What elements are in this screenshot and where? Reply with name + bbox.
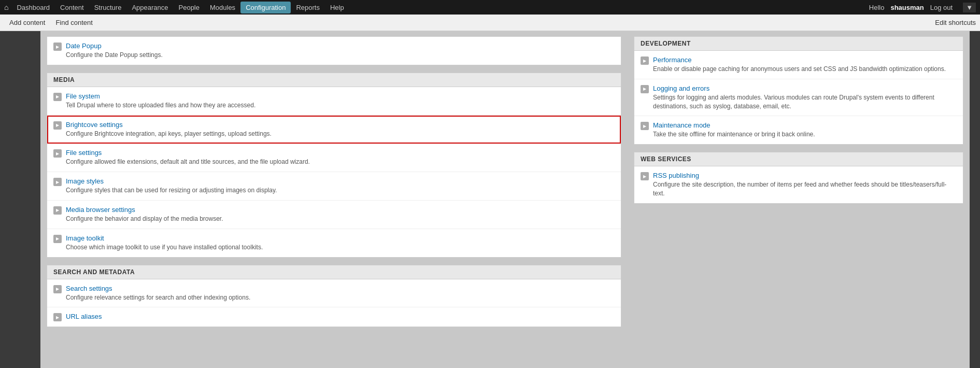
date-popup-arrow-icon — [53, 43, 62, 51]
development-header: DEVELOPMENT — [634, 37, 963, 51]
maintenance-arrow-icon — [641, 122, 649, 130]
file-settings-desc: Configure allowed file extensions, defau… — [66, 158, 310, 165]
brightcove-settings-item: Brightcove settings Configure Brightcove… — [47, 116, 621, 144]
home-icon[interactable]: ⌂ — [4, 3, 8, 11]
nav-help[interactable]: Help — [325, 2, 349, 13]
search-settings-desc: Configure relevance settings for search … — [66, 294, 250, 301]
nav-structure[interactable]: Structure — [89, 2, 127, 13]
image-toolkit-item: Image toolkit Choose which image toolkit… — [47, 229, 621, 257]
media-browser-content: Media browser settings Configure the beh… — [66, 206, 223, 223]
nav-items: Dashboard Content Structure Appearance P… — [11, 2, 869, 13]
nav-modules[interactable]: Modules — [205, 2, 240, 13]
username: shausman — [890, 4, 924, 11]
rss-publishing-link[interactable]: RSS publishing — [653, 172, 957, 179]
performance-arrow-icon — [641, 56, 649, 65]
media-browser-arrow-icon — [53, 206, 62, 215]
performance-item: Performance Enable or disable page cachi… — [634, 51, 963, 79]
file-settings-content: File settings Configure allowed file ext… — [66, 149, 310, 166]
brightcove-settings-link[interactable]: Brightcove settings — [66, 121, 272, 129]
rss-arrow-icon — [641, 172, 649, 180]
performance-link[interactable]: Performance — [653, 56, 946, 64]
search-settings-link[interactable]: Search settings — [66, 285, 250, 292]
nav-reports[interactable]: Reports — [291, 2, 325, 13]
search-settings-arrow-icon — [53, 285, 62, 293]
rss-content: RSS publishing Configure the site descri… — [653, 172, 957, 198]
logout-button[interactable]: Log out — [930, 4, 953, 11]
right-thin-sidebar — [970, 31, 980, 368]
maintenance-mode-item: Maintenance mode Take the site offline f… — [634, 116, 963, 144]
image-styles-item: Image styles Configure styles that can b… — [47, 172, 621, 201]
find-content-link[interactable]: Find content — [50, 17, 98, 29]
right-sidebar: DEVELOPMENT Performance Enable or disabl… — [628, 31, 970, 368]
logging-errors-link[interactable]: Logging and errors — [653, 84, 957, 92]
image-styles-content: Image styles Configure styles that can b… — [66, 177, 277, 195]
development-section: DEVELOPMENT Performance Enable or disabl… — [634, 36, 963, 145]
top-navigation: ⌂ Dashboard Content Structure Appearance… — [0, 0, 980, 15]
nav-dashboard[interactable]: Dashboard — [11, 2, 55, 13]
date-popup-box: Date Popup Configure the Date Popup sett… — [47, 36, 621, 65]
url-aliases-item: URL aliases — [47, 307, 621, 327]
rss-publishing-item: RSS publishing Configure the site descri… — [634, 166, 963, 203]
web-services-header: WEB SERVICES — [634, 152, 963, 166]
logging-errors-desc: Settings for logging and alerts modules.… — [653, 94, 934, 110]
nav-content[interactable]: Content — [55, 2, 89, 13]
image-toolkit-content: Image toolkit Choose which image toolkit… — [66, 234, 263, 252]
search-metadata-header: SEARCH AND METADATA — [47, 265, 621, 279]
media-section-header: MEDIA — [47, 73, 621, 87]
file-system-item: File system Tell Drupal where to store u… — [47, 87, 621, 116]
secondary-navigation: Add content Find content Edit shortcuts — [0, 15, 980, 31]
performance-content: Performance Enable or disable page cachi… — [653, 56, 946, 74]
performance-desc: Enable or disable page caching for anony… — [653, 65, 946, 73]
brightcove-settings-desc: Configure Brightcove integration, api ke… — [66, 130, 272, 137]
url-aliases-link[interactable]: URL aliases — [66, 313, 102, 320]
left-sidebar — [0, 31, 40, 368]
user-area: Hello shausman Log out ▼ — [869, 3, 976, 12]
media-section: MEDIA File system Tell Drupal where to s… — [47, 73, 621, 258]
image-toolkit-link[interactable]: Image toolkit — [66, 234, 263, 242]
add-content-link[interactable]: Add content — [4, 17, 50, 29]
date-popup-desc: Configure the Date Popup settings. — [66, 51, 163, 59]
media-browser-desc: Configure the behavior and display of th… — [66, 215, 223, 222]
nav-appearance[interactable]: Appearance — [126, 2, 173, 13]
file-system-arrow-icon — [53, 93, 62, 101]
date-popup-link[interactable]: Date Popup — [66, 42, 163, 50]
media-browser-link[interactable]: Media browser settings — [66, 206, 223, 214]
file-system-link[interactable]: File system — [66, 92, 255, 100]
search-settings-content: Search settings Configure relevance sett… — [66, 285, 250, 302]
edit-shortcuts-button[interactable]: Edit shortcuts — [935, 19, 976, 26]
main-content: Date Popup Configure the Date Popup sett… — [40, 31, 628, 368]
date-popup-content: Date Popup Configure the Date Popup sett… — [66, 42, 163, 60]
image-styles-arrow-icon — [53, 178, 62, 186]
image-toolkit-desc: Choose which image toolkit to use if you… — [66, 244, 263, 251]
date-popup-item: Date Popup Configure the Date Popup sett… — [47, 37, 621, 65]
page-body: Date Popup Configure the Date Popup sett… — [0, 31, 980, 368]
rss-publishing-desc: Configure the site description, the numb… — [653, 181, 946, 197]
url-aliases-arrow-icon — [53, 313, 62, 321]
dropdown-arrow-icon[interactable]: ▼ — [963, 3, 976, 12]
file-settings-arrow-icon — [53, 149, 62, 158]
nav-people[interactable]: People — [174, 2, 205, 13]
brightcove-content: Brightcove settings Configure Brightcove… — [66, 121, 272, 138]
media-browser-item: Media browser settings Configure the beh… — [47, 201, 621, 229]
brightcove-arrow-icon — [53, 121, 62, 130]
web-services-section: WEB SERVICES RSS publishing Configure th… — [634, 152, 963, 204]
image-styles-desc: Configure styles that can be used for re… — [66, 187, 277, 194]
user-greeting: Hello — [869, 4, 885, 11]
logging-content: Logging and errors Settings for logging … — [653, 84, 957, 111]
file-system-desc: Tell Drupal where to store uploaded file… — [66, 102, 255, 109]
file-settings-item: File settings Configure allowed file ext… — [47, 144, 621, 172]
search-settings-item: Search settings Configure relevance sett… — [47, 279, 621, 308]
image-toolkit-arrow-icon — [53, 235, 62, 243]
maintenance-mode-link[interactable]: Maintenance mode — [653, 121, 815, 129]
file-system-content: File system Tell Drupal where to store u… — [66, 92, 255, 110]
nav-configuration[interactable]: Configuration — [240, 2, 291, 13]
image-styles-link[interactable]: Image styles — [66, 177, 277, 185]
logging-arrow-icon — [641, 85, 649, 93]
url-aliases-content: URL aliases — [66, 313, 102, 321]
search-metadata-section: SEARCH AND METADATA Search settings Conf… — [47, 265, 621, 328]
maintenance-mode-desc: Take the site offline for maintenance or… — [653, 131, 815, 138]
file-settings-link[interactable]: File settings — [66, 149, 310, 157]
maintenance-content: Maintenance mode Take the site offline f… — [653, 121, 815, 139]
logging-errors-item: Logging and errors Settings for logging … — [634, 79, 963, 117]
